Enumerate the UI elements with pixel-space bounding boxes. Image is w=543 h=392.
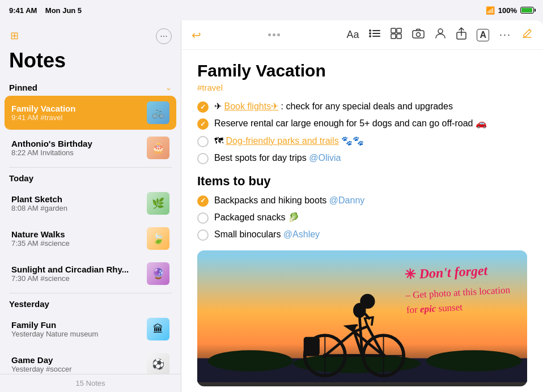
checklist-item-1: ✈ Book flights✈ : check for any special …	[197, 100, 527, 113]
wifi-icon: 📶	[486, 6, 495, 15]
note-info-plant-sketch: Plant Sketch 8:08 AM #garden	[11, 194, 141, 212]
note-tag: #travel	[197, 83, 527, 92]
buy-checkbox-3[interactable]	[197, 229, 209, 241]
note-meta-nature-walks: 7:35 AM #science	[11, 239, 141, 248]
share-button[interactable]	[455, 26, 468, 44]
date-display: Mon Jun 5	[45, 6, 82, 15]
note-thumb-family-fun: 🏛	[147, 318, 169, 340]
notes-title: Notes	[0, 49, 181, 79]
svg-point-12	[438, 29, 443, 33]
svg-rect-3	[372, 33, 380, 34]
note-info-anthonios-birthday: Anthonio's Birthday 8:22 AM Invitations	[11, 139, 141, 157]
checkbox-4[interactable]	[197, 153, 209, 164]
buy-checkbox-1[interactable]	[197, 195, 209, 207]
mention-olivia: @Olivia	[309, 153, 341, 163]
note-handwriting: ✳ Don't forget – Get photo at this locat…	[404, 259, 511, 317]
main-content: ↩ Aa	[181, 20, 543, 392]
dog-parks-link[interactable]: Dog-friendly parks and trails	[226, 136, 338, 146]
note-info-game-day: Game Day Yesterday #soccer	[11, 355, 141, 373]
camera-button[interactable]	[411, 27, 426, 42]
checkbox-2[interactable]	[197, 118, 209, 130]
note-item-plant-sketch[interactable]: Plant Sketch 8:08 AM #garden 🌿	[5, 186, 176, 220]
note-meta-plant-sketch: 8:08 AM #garden	[11, 204, 141, 212]
back-button[interactable]: ↩	[190, 27, 202, 43]
svg-rect-5	[372, 36, 380, 37]
section-header-pinned: Pinned ⌄	[0, 79, 181, 95]
note-thumb-game-day: ⚽	[147, 353, 169, 374]
checkbox-3[interactable]	[197, 136, 209, 147]
sidebar-toggle-icon: ⊞	[10, 29, 19, 42]
checklist-buy: Backpacks and hiking boots @Danny Packag…	[197, 194, 527, 241]
items-to-buy-header: Items to buy	[197, 174, 527, 189]
book-flights-link[interactable]: Book flights✈	[224, 101, 278, 111]
buy-item-2: Packaged snacks 🥬	[197, 211, 527, 224]
status-time: 9:41 AM Mon Jun 5	[9, 6, 82, 15]
buy-item-text-1: Backpacks and hiking boots @Danny	[214, 194, 364, 207]
compose-button[interactable]	[520, 27, 534, 43]
note-item-family-fun[interactable]: Family Fun Yesterday Nature museum 🏛	[5, 312, 176, 346]
svg-rect-1	[372, 30, 380, 31]
buy-checkbox-2[interactable]	[197, 212, 209, 224]
battery-fill	[521, 8, 532, 12]
note-info-sunlight-circadian: Sunlight and Circadian Rhy... 7:30 AM #s…	[11, 265, 141, 283]
format-button[interactable]: Aa	[345, 28, 360, 42]
more-options-button[interactable]: ···	[498, 28, 512, 42]
svg-point-11	[417, 33, 421, 37]
note-meta-anthonios-birthday: 8:22 AM Invitations	[11, 148, 141, 157]
note-item-nature-walks[interactable]: Nature Walks 7:35 AM #science 🍃	[5, 221, 176, 255]
mention-button[interactable]	[434, 27, 447, 43]
svg-rect-29	[304, 337, 320, 356]
svg-point-16	[208, 350, 293, 372]
note-main-title: Family Vacation	[197, 61, 527, 80]
note-item-family-vacation[interactable]: Family Vacation 9:41 AM #travel 🚲	[5, 96, 176, 130]
note-title-family-fun: Family Fun	[11, 320, 141, 330]
checkbox-1[interactable]	[197, 101, 209, 113]
note-title-sunlight-circadian: Sunlight and Circadian Rhy...	[11, 265, 141, 274]
note-item-sunlight-circadian[interactable]: Sunlight and Circadian Rhy... 7:30 AM #s…	[5, 257, 176, 291]
note-meta-family-vacation: 9:41 AM #travel	[11, 113, 141, 122]
sidebar-footer: 15 Notes	[0, 374, 181, 392]
section-header-today: Today	[0, 170, 181, 185]
note-title-game-day: Game Day	[11, 355, 141, 365]
note-editor[interactable]: Family Vacation #travel ✈ Book flights✈ …	[181, 50, 543, 392]
svg-point-4	[369, 35, 371, 37]
table-button[interactable]	[389, 27, 403, 43]
sidebar-menu-button[interactable]: ···	[156, 28, 172, 44]
note-thumb-sunlight-circadian: 🔮	[147, 262, 169, 285]
sidebar-header: ⊞ ···	[0, 20, 181, 49]
section-title-yesterday: Yesterday	[9, 299, 49, 309]
note-item-game-day[interactable]: Game Day Yesterday #soccer ⚽	[5, 347, 176, 374]
sidebar-toggle-button[interactable]: ⊞	[9, 28, 20, 43]
toolbar-dots	[268, 33, 280, 36]
svg-rect-7	[397, 28, 401, 33]
more-icon: ···	[499, 29, 511, 41]
list-style-button[interactable]	[368, 28, 381, 42]
note-title-family-vacation: Family Vacation	[11, 104, 141, 113]
time-display: 9:41 AM	[9, 6, 37, 15]
dot-2	[273, 33, 275, 36]
toolbar-right: Aa	[345, 26, 534, 44]
note-item-anthonios-birthday[interactable]: Anthonio's Birthday 8:22 AM Invitations …	[5, 131, 176, 165]
checklist-item-text-1: ✈ Book flights✈ : check for any special …	[214, 100, 453, 113]
note-title-plant-sketch: Plant Sketch	[11, 194, 141, 204]
markup-button[interactable]: A	[476, 28, 490, 42]
status-bar: 9:41 AM Mon Jun 5 📶 100%	[0, 0, 543, 20]
note-meta-sunlight-circadian: 7:30 AM #science	[11, 274, 141, 283]
checklist-item-text-4: Best spots for day trips @Olivia	[214, 152, 341, 164]
section-title-today: Today	[9, 173, 33, 183]
buy-item-text-3: Small binoculars @Ashley	[214, 228, 320, 241]
share-icon	[456, 27, 466, 42]
buy-item-1: Backpacks and hiking boots @Danny	[197, 194, 527, 207]
note-info-nature-walks: Nature Walks 7:35 AM #science	[11, 229, 141, 248]
dot-1	[268, 33, 271, 36]
buy-item-3: Small binoculars @Ashley	[197, 228, 527, 241]
list-icon	[369, 29, 380, 41]
status-right: 📶 100%	[486, 6, 534, 15]
table-icon	[391, 28, 402, 42]
section-title-pinned: Pinned	[9, 83, 37, 92]
section-header-yesterday: Yesterday	[0, 296, 181, 311]
note-meta-family-fun: Yesterday Nature museum	[11, 330, 141, 338]
toolbar: ↩ Aa	[181, 20, 543, 50]
markup-icon: A	[477, 29, 489, 41]
divider-pinned-today	[9, 167, 172, 168]
